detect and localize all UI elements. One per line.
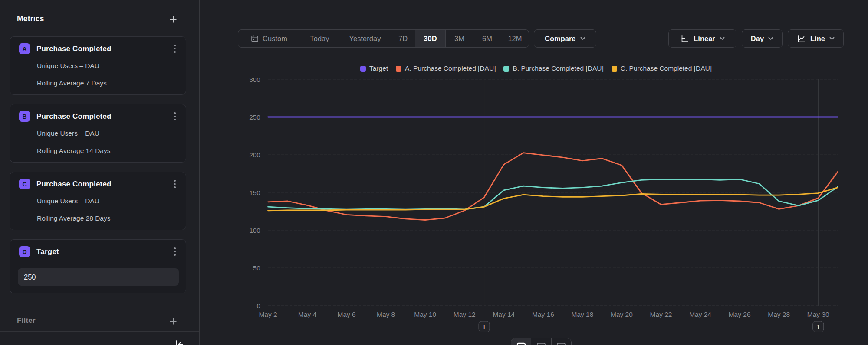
x-axis-tick-label: May 2	[259, 311, 277, 318]
x-axis-tick-label: May 18	[571, 311, 593, 318]
y-axis-tick-label: 250	[249, 114, 260, 121]
y-axis-tick-label: 300	[249, 76, 260, 83]
x-axis-tick-label: May 28	[768, 311, 790, 318]
x-axis-tick-label: May 30	[807, 311, 829, 318]
x-axis-tick-label: May 6	[337, 311, 355, 318]
svg-text:1: 1	[816, 323, 820, 330]
y-axis-tick-label: 200	[249, 151, 260, 159]
x-axis-tick-label: May 8	[377, 311, 395, 318]
insights-report-page: Metrics A Purchase Completed Unique User…	[0, 0, 868, 345]
line-chart[interactable]: 050100150200250300May 2May 4May 6May 8Ma…	[0, 0, 868, 345]
x-axis-tick-label: May 22	[650, 311, 672, 318]
chart-view-button[interactable]	[511, 338, 531, 345]
y-axis-tick-label: 150	[249, 189, 260, 196]
x-axis-tick-label: May 10	[414, 311, 436, 318]
x-axis-tick-label: May 14	[493, 311, 515, 318]
x-axis-tick-label: May 4	[298, 311, 317, 318]
y-axis-tick-label: 50	[253, 264, 261, 272]
view-toggle	[511, 338, 572, 345]
x-axis-tick-label: May 26	[729, 311, 751, 318]
x-axis-tick-label: May 20	[611, 311, 633, 318]
annotation-badge[interactable]: 1	[813, 321, 824, 332]
x-axis-tick-label: May 24	[689, 311, 711, 318]
x-axis-tick-label: May 12	[454, 311, 476, 318]
y-axis-tick-label: 100	[249, 227, 260, 234]
annotation-badge[interactable]: 1	[479, 321, 490, 332]
y-axis-tick-label: 0	[256, 302, 260, 309]
metric-view-button[interactable]	[551, 338, 571, 345]
x-axis-tick-label: May 16	[532, 311, 554, 318]
table-view-button[interactable]	[531, 338, 551, 345]
svg-text:1: 1	[482, 323, 486, 330]
